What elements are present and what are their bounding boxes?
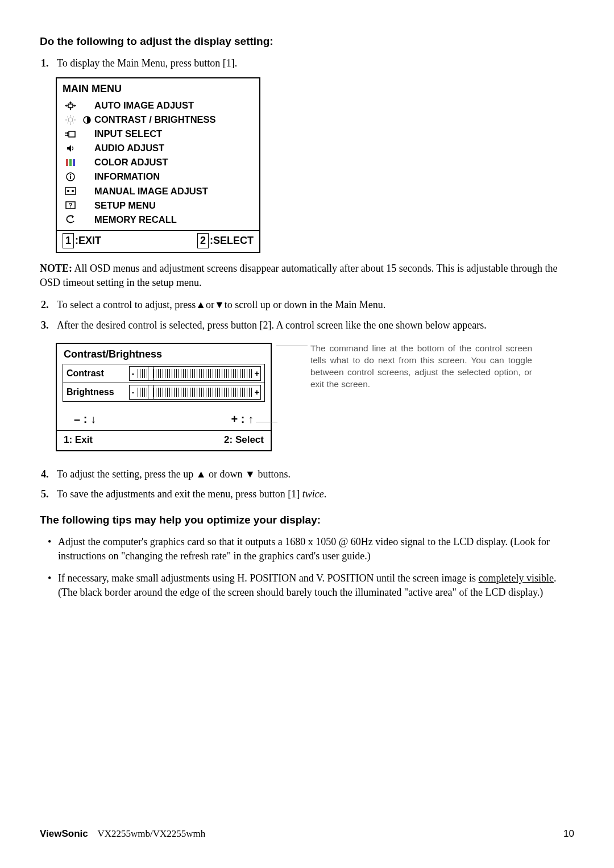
- bullet-icon: •: [48, 535, 58, 563]
- up-arrow-icon: ↑: [248, 413, 254, 425]
- step-1: 1. To display the Main Menu, press butto…: [41, 56, 574, 70]
- minus-icon: -: [130, 386, 136, 398]
- page-number: 10: [563, 827, 574, 841]
- step-5-text: To save the adjustments and exit the men…: [57, 487, 574, 501]
- svg-line-8: [73, 117, 74, 118]
- cb-contrast-label: Contrast: [67, 367, 129, 380]
- manual-adjust-icon: [63, 187, 78, 195]
- recall-icon: [63, 215, 78, 224]
- osd-item-info: INFORMATION: [63, 169, 254, 184]
- heading-adjust: Do the following to adjust the display s…: [40, 34, 574, 49]
- step-2-text: To select a control to adjust, press▲or▼…: [57, 298, 574, 312]
- cb-brightness-label: Brightness: [67, 386, 129, 398]
- key-2: 2: [197, 233, 209, 248]
- step-1-num: 1.: [41, 56, 57, 70]
- osd-item-input: INPUT SELECT: [63, 127, 254, 141]
- step-5-num: 5.: [41, 487, 57, 501]
- step-1-text: To display the Main Menu, press button […: [57, 56, 574, 70]
- step-3-num: 3.: [41, 318, 57, 333]
- down-arrow-icon: ↓: [90, 413, 96, 425]
- plus-icon: +: [254, 386, 260, 398]
- minus-icon: -: [130, 367, 136, 379]
- cb-contrast-row: Contrast - +: [63, 364, 264, 383]
- audio-icon: [63, 144, 78, 153]
- input-select-icon: [63, 130, 78, 138]
- step-4-text: To adjust the setting, press the up ▲ or…: [57, 467, 574, 481]
- svg-line-5: [67, 117, 68, 118]
- cb-brightness-row: Brightness - +: [63, 383, 264, 401]
- plus-up-hint: + : ↑: [231, 411, 254, 427]
- osd-item-color: COLOR ADJUST: [63, 155, 254, 169]
- tip-2-text: If necessary, make small adjustments usi…: [58, 571, 574, 600]
- brightness-slider: - +: [129, 385, 261, 400]
- plus-icon: +: [254, 367, 260, 379]
- step-5: 5. To save the adjustments and exit the …: [41, 487, 574, 501]
- osd-item-auto-image: AUTO IMAGE ADJUST: [63, 98, 254, 113]
- svg-rect-18: [70, 176, 71, 179]
- note-label: NOTE:: [40, 263, 72, 274]
- minus-down-hint: – : ↓: [74, 411, 96, 427]
- svg-point-17: [70, 174, 71, 175]
- bullet-icon: •: [48, 571, 58, 600]
- step-3: 3. After the desired control is selected…: [41, 318, 574, 333]
- svg-point-21: [72, 190, 74, 192]
- osd-label: SETUP MENU: [94, 199, 156, 212]
- osd-label: INFORMATION: [94, 170, 160, 183]
- osd-label: MANUAL IMAGE ADJUST: [94, 185, 208, 198]
- up-arrow-icon: ▲: [196, 468, 206, 480]
- brightness-icon: [63, 115, 78, 125]
- osd-select: 2:SELECT: [197, 233, 254, 248]
- osd-item-contrast: CONTRAST / BRIGHTNESS: [63, 113, 254, 127]
- osd-main-menu: MAIN MENU AUTO IMAGE ADJUST CONTRAST / B…: [56, 77, 260, 253]
- osd-item-manual: MANUAL IMAGE ADJUST: [63, 184, 254, 198]
- footer-model: VX2255wmb/VX2255wmh: [97, 828, 205, 839]
- contrast-slider: - +: [129, 366, 261, 381]
- down-arrow-icon: ▼: [214, 299, 225, 310]
- note-text: All OSD menus and adjustment screens dis…: [40, 263, 558, 288]
- footer-brand: ViewSonic: [40, 828, 88, 839]
- cb-caption: The command line at the bottom of the co…: [310, 343, 532, 391]
- step-2: 2. To select a control to adjust, press▲…: [41, 298, 574, 312]
- svg-point-0: [68, 118, 73, 122]
- info-icon: [63, 172, 78, 181]
- auto-adjust-icon: [63, 101, 78, 110]
- cb-exit: 1: Exit: [64, 433, 93, 447]
- svg-point-20: [67, 190, 69, 192]
- note-paragraph: NOTE: All OSD menus and adjustment scree…: [40, 261, 574, 290]
- osd-item-setup: ? SETUP MENU: [63, 198, 254, 213]
- cb-arrow-hints: – : ↓ + : ↑: [57, 406, 271, 430]
- key-1: 1: [63, 233, 74, 248]
- osd-exit: 1:EXIT: [63, 233, 101, 248]
- step-2-num: 2.: [41, 298, 57, 312]
- svg-rect-14: [69, 159, 72, 166]
- cb-footer: 1: Exit 2: Select: [57, 430, 271, 450]
- svg-text:?: ?: [69, 202, 73, 209]
- page-footer: ViewSonic VX2255wmb/VX2255wmh 10: [40, 827, 574, 841]
- up-arrow-icon: ▲: [196, 299, 206, 310]
- svg-line-6: [73, 122, 74, 123]
- osd-item-memory: MEMORY RECALL: [63, 213, 254, 227]
- cb-select: 2: Select: [224, 433, 264, 447]
- osd-label: INPUT SELECT: [94, 127, 162, 140]
- color-icon: [63, 159, 78, 167]
- step-4: 4. To adjust the setting, press the up ▲…: [41, 467, 574, 481]
- setup-icon: ?: [63, 201, 78, 209]
- callout-line: [276, 346, 308, 346]
- osd-footer: 1:EXIT 2:SELECT: [57, 230, 259, 252]
- svg-rect-15: [73, 159, 75, 166]
- tip-2: • If necessary, make small adjustments u…: [48, 571, 574, 600]
- cb-title: Contrast/Brightness: [57, 344, 271, 364]
- svg-rect-13: [66, 159, 68, 166]
- osd-label: AUTO IMAGE ADJUST: [94, 99, 194, 112]
- step-4-num: 4.: [41, 467, 57, 481]
- step-3-text: After the desired control is selected, p…: [57, 318, 574, 333]
- heading-tips: The following tips may help you optimize…: [40, 513, 574, 528]
- osd-contrast-brightness: Contrast/Brightness Contrast - + Brightn…: [56, 343, 272, 451]
- down-arrow-icon: ▼: [245, 468, 255, 480]
- osd-item-audio: AUDIO ADJUST: [63, 141, 254, 155]
- osd-title: MAIN MENU: [57, 78, 259, 98]
- tip-1: • Adjust the computer's graphics card so…: [48, 535, 574, 563]
- svg-line-7: [67, 122, 68, 123]
- osd-label: AUDIO ADJUST: [94, 142, 164, 155]
- contrast-icon: [82, 116, 92, 124]
